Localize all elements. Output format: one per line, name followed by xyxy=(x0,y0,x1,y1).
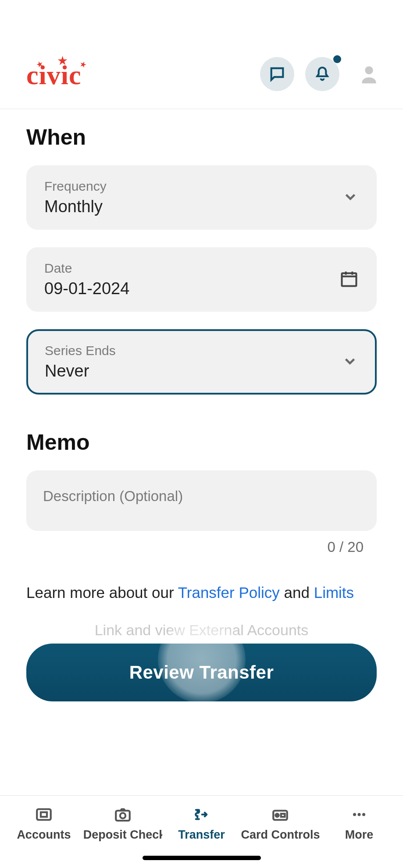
chat-icon xyxy=(268,65,286,83)
series-ends-label: Series Ends xyxy=(45,343,342,358)
nav-label: Accounts xyxy=(17,828,71,842)
svg-point-9 xyxy=(358,813,361,816)
nav-label: Transfer xyxy=(178,828,225,842)
accounts-icon xyxy=(35,805,53,824)
memo-placeholder: Description (Optional) xyxy=(43,488,360,505)
header-actions xyxy=(260,57,381,91)
home-indicator xyxy=(143,856,261,860)
nav-accounts[interactable]: Accounts xyxy=(4,805,83,842)
svg-point-10 xyxy=(362,813,365,816)
svg-rect-1 xyxy=(37,809,51,820)
series-ends-value: Never xyxy=(45,362,342,381)
calendar-icon xyxy=(339,269,359,290)
memo-counter: 0 / 20 xyxy=(26,539,377,555)
memo-input[interactable]: Description (Optional) xyxy=(26,470,377,531)
notification-dot-icon xyxy=(333,55,341,63)
memo-section-title: Memo xyxy=(26,430,377,455)
hidden-hint: Link and view External Accounts xyxy=(26,622,377,639)
frequency-label: Frequency xyxy=(44,179,342,194)
main-content: When Frequency Monthly Date 09-01-2024 S… xyxy=(0,109,403,701)
transfer-policy-link[interactable]: Transfer Policy xyxy=(178,584,280,601)
nav-label: Card Controls xyxy=(241,828,320,842)
profile-button[interactable] xyxy=(357,62,381,86)
svg-rect-0 xyxy=(342,273,357,286)
camera-icon xyxy=(114,805,132,824)
date-label: Date xyxy=(44,261,339,276)
series-ends-select[interactable]: Series Ends Never xyxy=(26,329,377,395)
review-transfer-button[interactable]: Review Transfer xyxy=(26,644,377,701)
brand-name: civic xyxy=(26,60,82,91)
date-picker[interactable]: Date 09-01-2024 xyxy=(26,247,377,312)
nav-label: More xyxy=(345,828,374,842)
card-icon xyxy=(271,805,289,824)
cta-wrap: Link and view External Accounts Review T… xyxy=(26,644,377,701)
svg-rect-7 xyxy=(281,814,285,817)
avatar-icon xyxy=(357,62,381,86)
nav-deposit-check[interactable]: Deposit Check xyxy=(83,805,162,842)
more-icon xyxy=(350,805,368,824)
svg-rect-2 xyxy=(41,812,47,817)
notifications-button[interactable] xyxy=(305,57,339,91)
messages-button[interactable] xyxy=(260,57,294,91)
chevron-down-icon xyxy=(342,353,358,371)
nav-transfer[interactable]: Transfer xyxy=(162,805,241,842)
date-value: 09-01-2024 xyxy=(44,279,339,298)
policy-text: Learn more about our Transfer Policy and… xyxy=(26,582,377,604)
chevron-down-icon xyxy=(342,189,359,207)
svg-point-8 xyxy=(353,813,356,816)
transfer-icon xyxy=(192,805,210,824)
bell-icon xyxy=(314,65,331,83)
frequency-value: Monthly xyxy=(44,197,342,216)
app-header: ★ ★ ★ civic xyxy=(0,0,403,109)
nav-card-controls[interactable]: Card Controls xyxy=(241,805,320,842)
when-section-title: When xyxy=(26,125,377,150)
frequency-select[interactable]: Frequency Monthly xyxy=(26,165,377,230)
brand-logo: ★ ★ ★ civic xyxy=(26,58,114,91)
nav-label: Deposit Check xyxy=(83,828,162,842)
limits-link[interactable]: Limits xyxy=(314,584,354,601)
nav-more[interactable]: More xyxy=(320,805,399,842)
svg-point-4 xyxy=(120,813,125,818)
